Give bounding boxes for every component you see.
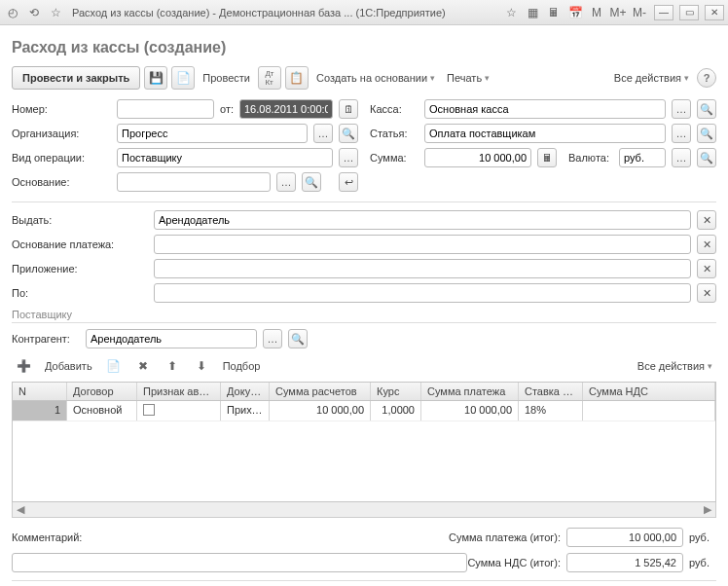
col-priznak[interactable]: Признак ав… (137, 383, 221, 400)
by-clear-icon[interactable]: ✕ (697, 283, 716, 303)
payments-grid[interactable]: N Договор Признак ав… Доку… Сумма расчет… (12, 382, 716, 502)
add-button[interactable]: Добавить (41, 360, 96, 372)
col-sum-plat[interactable]: Сумма платежа (421, 383, 519, 400)
move-down-icon[interactable]: ⬇ (190, 354, 213, 378)
grid-icon[interactable]: ▦ (524, 4, 541, 21)
maximize-button[interactable]: ▭ (679, 5, 699, 20)
supplier-group-title: Поставщику (12, 309, 716, 320)
grid-header: N Договор Признак ав… Доку… Сумма расчет… (13, 383, 715, 401)
star-outline-icon[interactable]: ☆ (47, 4, 64, 21)
post-close-button[interactable]: Провести и закрыть (12, 66, 140, 90)
comment-label: Комментарий: (12, 531, 82, 543)
create-based-menu[interactable]: Создать на основании (312, 72, 439, 84)
checkbox[interactable] (143, 404, 155, 416)
comment-input[interactable] (12, 553, 467, 572)
from-label: от: (220, 103, 234, 115)
app-icon: ◴ (4, 4, 21, 21)
post-link[interactable]: Провести (199, 72, 254, 84)
sum-input[interactable] (424, 148, 531, 167)
currency-open-icon[interactable]: 🔍 (697, 148, 716, 167)
basis-input[interactable] (117, 172, 271, 192)
pay-basis-input[interactable] (154, 235, 691, 254)
col-sum-rasch[interactable]: Сумма расчетов (270, 383, 371, 400)
col-doc[interactable]: Доку… (221, 383, 270, 400)
delete-icon[interactable]: ✖ (131, 354, 155, 378)
number-label: Номер: (12, 103, 111, 115)
sum-label: Сумма: (370, 152, 419, 164)
contragent-select-icon[interactable]: … (263, 329, 282, 348)
back-icon[interactable]: ⟲ (25, 4, 43, 21)
calc-icon[interactable]: 🖩 (545, 4, 563, 21)
org-open-icon[interactable]: 🔍 (339, 124, 358, 143)
window-title: Расход из кассы (создание) - Демонстраци… (72, 7, 446, 18)
pay-basis-clear-icon[interactable]: ✕ (697, 235, 716, 254)
pay-basis-label: Основание платежа: (12, 238, 148, 250)
date-input[interactable] (239, 99, 333, 119)
col-n[interactable]: N (13, 383, 67, 400)
col-dogovor[interactable]: Договор (67, 383, 137, 400)
org-label: Организация: (12, 128, 111, 139)
minimize-button[interactable]: — (654, 5, 673, 20)
pick-button[interactable]: Подбор (219, 360, 265, 372)
currency-label: Валюта: (568, 152, 609, 164)
col-stavka-nds[interactable]: Ставка Н… (519, 383, 583, 400)
table-row[interactable]: 1ОсновнойПрихо…10 000,001,000010 000,001… (13, 401, 715, 421)
m-minus-icon[interactable]: M- (631, 4, 648, 21)
attachment-input[interactable] (154, 259, 691, 278)
sum-plat-total-value[interactable]: 10 000,00 (566, 528, 683, 547)
sum-nds-total-value[interactable]: 1 525,42 (566, 553, 683, 572)
unit2: руб. (689, 557, 716, 568)
calc-icon[interactable]: 🖩 (537, 148, 557, 167)
basis-open-icon[interactable]: 🔍 (302, 172, 321, 192)
contragent-input[interactable] (86, 329, 257, 348)
basis-refresh-icon[interactable]: ↩ (339, 172, 358, 192)
by-input[interactable] (154, 283, 691, 303)
contragent-open-icon[interactable]: 🔍 (288, 329, 308, 348)
add-icon[interactable]: ➕ (12, 354, 35, 378)
all-actions-menu[interactable]: Все действия (610, 72, 693, 84)
basis-select-icon[interactable]: … (276, 172, 296, 192)
footer: 🗎 Новый 👤 Петрова Марианна Александровна (12, 580, 716, 586)
close-button[interactable]: ✕ (705, 5, 724, 20)
copy-icon[interactable]: 📄 (102, 354, 126, 378)
kassa-select-icon[interactable]: … (672, 99, 691, 119)
sum-plat-total-label: Сумма платежа (итог): (449, 531, 561, 543)
currency-select-icon[interactable]: … (672, 148, 691, 167)
sum-nds-total-label: Сумма НДС (итог): (467, 557, 561, 568)
currency-input[interactable] (619, 148, 666, 167)
grid-all-actions-menu[interactable]: Все действия (634, 360, 716, 372)
doc-icon[interactable]: 📋 (285, 66, 309, 90)
date-picker-icon[interactable]: 🗓 (339, 99, 358, 119)
give-clear-icon[interactable]: ✕ (697, 210, 716, 230)
move-up-icon[interactable]: ⬆ (161, 354, 184, 378)
save-icon[interactable]: 💾 (144, 66, 167, 90)
give-label: Выдать: (12, 214, 148, 226)
article-select-icon[interactable]: … (672, 124, 691, 143)
optype-select-icon[interactable]: … (339, 148, 358, 167)
article-input[interactable] (424, 124, 666, 143)
m-icon[interactable]: M (588, 4, 605, 21)
number-input[interactable] (117, 99, 214, 119)
org-input[interactable] (117, 124, 308, 143)
kassa-open-icon[interactable]: 🔍 (697, 99, 716, 119)
org-select-icon[interactable]: … (313, 124, 333, 143)
grid-scrollbar[interactable]: ◀▶ (12, 502, 716, 518)
col-kurs[interactable]: Курс (371, 383, 421, 400)
optype-input[interactable] (117, 148, 333, 167)
print-menu[interactable]: Печать (443, 72, 493, 84)
calendar-icon[interactable]: 📅 (566, 4, 584, 21)
star-icon[interactable]: ☆ (502, 4, 520, 21)
attachment-clear-icon[interactable]: ✕ (697, 259, 716, 278)
titlebar: ◴ ⟲ ☆ Расход из кассы (создание) - Демон… (0, 0, 728, 25)
give-input[interactable] (154, 210, 691, 230)
m-plus-icon[interactable]: M+ (609, 4, 627, 21)
basis-label: Основание: (12, 176, 111, 188)
kassa-input[interactable] (424, 99, 666, 119)
post-icon[interactable]: 📄 (171, 66, 195, 90)
dt-icon[interactable]: ДтКт (258, 66, 281, 90)
col-sum-nds[interactable]: Сумма НДС (583, 383, 715, 400)
contragent-label: Контрагент: (12, 333, 80, 345)
article-open-icon[interactable]: 🔍 (697, 124, 716, 143)
help-button[interactable]: ? (697, 68, 716, 88)
kassa-label: Касса: (370, 103, 419, 115)
